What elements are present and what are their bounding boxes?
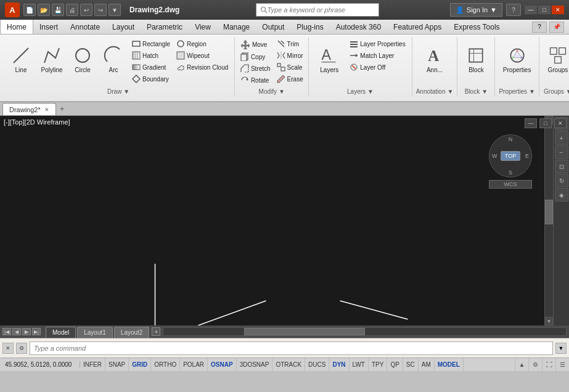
close-drawing-btn[interactable]: ✕ <box>554 118 567 128</box>
layers-button[interactable]: A Layers <box>313 38 346 80</box>
polyline-button[interactable]: Polyline <box>37 38 67 80</box>
layer-props-btn[interactable]: Layer Properties <box>347 38 407 49</box>
workspace-btn[interactable]: ⚙ <box>528 358 542 372</box>
cmd-close-btn[interactable]: ✕ <box>2 343 14 354</box>
cmd-settings-btn[interactable]: ⚙ <box>16 343 27 354</box>
menu-output[interactable]: Output <box>256 20 290 34</box>
menu-manage[interactable]: Manage <box>217 20 256 34</box>
help-icon[interactable]: ? <box>506 4 521 16</box>
layout1-tab[interactable]: Layout1 <box>77 327 113 338</box>
menu-express-tools[interactable]: Express Tools <box>448 20 506 34</box>
arc-button[interactable]: Arc <box>99 38 128 80</box>
mirror-btn[interactable]: Mirror <box>274 50 306 61</box>
sc-btn[interactable]: SC <box>403 358 419 371</box>
rotate-btn[interactable]: Rotate <box>238 75 273 86</box>
am-btn[interactable]: AM <box>419 358 435 371</box>
groups-group-label[interactable]: Groups ▼ <box>544 87 569 95</box>
region-btn[interactable]: Region <box>174 38 231 49</box>
copy-btn[interactable]: Copy <box>238 51 273 62</box>
nav-prev-btn[interactable]: ◀ <box>12 328 21 335</box>
undo-btn[interactable]: ↩ <box>80 4 92 16</box>
cmd-scroll-btn[interactable]: ▼ <box>555 343 567 354</box>
otrack-btn[interactable]: OTRACK <box>272 358 305 371</box>
menu-home[interactable]: Home <box>0 20 33 34</box>
infer-btn[interactable]: INFER <box>80 358 105 371</box>
lwt-btn[interactable]: LWT <box>350 358 369 371</box>
annotation-scale-btn[interactable]: ▲ <box>515 358 528 372</box>
orbit-btn[interactable]: ↻ <box>555 174 568 187</box>
restore-drawing-btn[interactable]: □ <box>539 118 552 128</box>
dyn-btn[interactable]: DYN <box>329 358 349 371</box>
properties-group-label[interactable]: Properties ▼ <box>499 87 534 95</box>
menu-featured-apps[interactable]: Featured Apps <box>387 20 448 34</box>
3dosnap-btn[interactable]: 3DOSNAP <box>237 358 273 371</box>
zoom-tool-btn[interactable]: + <box>555 131 568 145</box>
stretch-btn[interactable]: Stretch <box>238 63 273 74</box>
nav-next-btn[interactable]: ▶ <box>22 328 31 335</box>
viewcube[interactable]: N S W E TOP WCS <box>489 134 532 189</box>
block-button[interactable]: Block <box>461 38 491 80</box>
layout2-tab[interactable]: Layout2 <box>114 327 150 338</box>
wipeout-btn[interactable]: Wipeout <box>174 50 231 61</box>
more-btn[interactable]: ▼ <box>108 4 121 16</box>
search-box[interactable] <box>256 3 379 17</box>
restore-button[interactable]: □ <box>538 6 551 14</box>
drawing2-tab[interactable]: Drawing2* ✕ <box>2 103 56 115</box>
command-input[interactable] <box>30 341 553 355</box>
ortho-btn[interactable]: ORTHO <box>151 358 180 371</box>
block-group-label[interactable]: Block ▼ <box>465 87 488 95</box>
model-status-btn[interactable]: MODEL <box>435 358 464 371</box>
wcs-badge[interactable]: WCS <box>489 180 532 189</box>
zoom-extents-btn[interactable]: ⊡ <box>555 160 568 173</box>
open-btn[interactable]: 📂 <box>38 4 50 16</box>
help-btn[interactable]: ? <box>532 22 547 33</box>
scrollbar-thumb-vertical[interactable] <box>545 200 553 224</box>
ducs-btn[interactable]: DUCS <box>305 358 329 371</box>
osnap-btn[interactable]: OSNAP <box>208 358 237 371</box>
move-btn[interactable]: Move <box>238 38 273 51</box>
properties-button[interactable]: Properties <box>502 38 532 80</box>
nav-last-btn[interactable]: ▶| <box>32 328 41 335</box>
nav-first-btn[interactable]: |◀ <box>2 328 11 335</box>
fullscreen-btn[interactable]: ⛶ <box>542 358 555 372</box>
snap-btn[interactable]: SNAP <box>105 358 129 371</box>
save-btn[interactable]: 💾 <box>52 4 64 16</box>
search-input[interactable] <box>268 6 366 14</box>
view-btn[interactable]: ◈ <box>555 188 568 202</box>
rectangle-btn[interactable]: Rectangle <box>129 38 173 49</box>
vertical-scrollbar[interactable]: ▲ ▼ <box>544 116 553 325</box>
menu-view[interactable]: View <box>189 20 217 34</box>
hatch-btn[interactable]: Hatch <box>129 50 173 61</box>
circle-button[interactable]: Circle <box>68 38 97 80</box>
scale-btn[interactable]: Scale <box>274 62 306 73</box>
annotation-button[interactable]: A Ann... <box>420 38 449 80</box>
new-layout-btn[interactable]: + <box>152 327 160 336</box>
menu-insert[interactable]: Insert <box>33 20 64 34</box>
pin-btn[interactable]: 📌 <box>549 22 564 33</box>
minimize-drawing-btn[interactable]: — <box>525 118 537 128</box>
custom-status-btn[interactable]: ☰ <box>555 358 569 372</box>
print-btn[interactable]: 🖨 <box>66 4 78 16</box>
layers-group-label[interactable]: Layers ▼ <box>347 87 374 95</box>
qp-btn[interactable]: QP <box>387 358 403 371</box>
boundary-btn[interactable]: Boundary <box>129 73 173 84</box>
model-tab[interactable]: Model <box>46 327 76 338</box>
trim-btn[interactable]: Trim <box>274 38 306 49</box>
menu-autodesk360[interactable]: Autodesk 360 <box>330 20 387 34</box>
close-tab-icon[interactable]: ✕ <box>44 107 49 113</box>
minimize-button[interactable]: — <box>525 6 537 14</box>
grid-btn[interactable]: GRID <box>129 358 151 371</box>
scrollbar-thumb-horizontal[interactable] <box>244 328 365 335</box>
menu-plugins[interactable]: Plug-ins <box>290 20 329 34</box>
groups-button[interactable]: Groups <box>543 38 569 80</box>
new-tab-button[interactable]: + <box>56 103 68 115</box>
zoom-out-tool-btn[interactable]: − <box>555 145 568 159</box>
polar-btn[interactable]: POLAR <box>180 358 208 371</box>
app-logo[interactable]: A <box>5 2 20 17</box>
scroll-down-btn[interactable]: ▼ <box>545 317 553 325</box>
gradient-btn[interactable]: Gradient <box>129 62 173 73</box>
horizontal-scrollbar[interactable] <box>163 327 567 336</box>
sign-in-button[interactable]: 👤 Sign In ▼ <box>450 3 502 17</box>
close-button[interactable]: ✕ <box>552 6 564 14</box>
match-layer-btn[interactable]: Match Layer <box>347 50 407 61</box>
